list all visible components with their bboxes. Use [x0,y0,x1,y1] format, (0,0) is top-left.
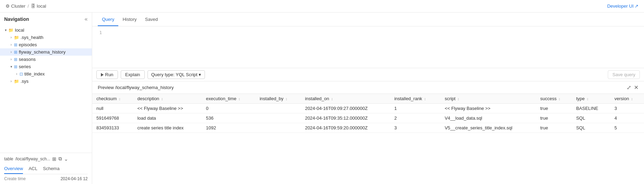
create-time-label: Create time [4,176,26,181]
tab-saved[interactable]: Saved [141,13,162,26]
tree-item-episodes[interactable]: › ⊞ episodes [0,41,92,48]
run-button[interactable]: Run [96,70,118,79]
query-type-select[interactable]: Query type: YQL Script ▾ [148,70,205,79]
cell-version: 3 [610,104,644,113]
cell-installed_rank: 2 [390,113,440,123]
data-table-wrapper: checksum ↕ description ↕ execution_time … [92,94,644,184]
cell-version: 4 [610,113,644,123]
col-checksum[interactable]: checksum ↕ [92,94,133,104]
breadcrumb: ⚙ Cluster / 🗄 local [6,3,46,9]
table-header-row: checksum ↕ description ↕ execution_time … [92,94,644,104]
table-info: table /local/flyway_sch... ⊞ ⧉ ⌄ [4,156,88,162]
index-icon-title: ⊡ [19,72,23,77]
cell-installed_rank: 1 [390,104,440,113]
sidebar-collapse-button[interactable]: « [85,16,88,22]
table-body: null<< Flyway Baseline >>02024-04-16T09:… [92,104,644,133]
col-execution-time[interactable]: execution_time ↕ [202,94,255,104]
folder-icon: 📁 [8,28,14,33]
sidebar-title: Navigation [4,16,29,22]
table-icon-series: ⊞ [14,64,17,69]
cluster-icon: ⚙ [6,3,10,9]
tree-item-title-index[interactable]: › ⊡ title_index [0,70,92,78]
tree-item-flyway[interactable]: › ⊞ flyway_schema_history [0,48,92,56]
sidebar-bottom: table /local/flyway_sch... ⊞ ⧉ ⌄ Overvie… [0,153,92,184]
col-type[interactable]: type ↕ [572,94,610,104]
table-icon-flyway: ⊞ [14,50,17,55]
table-icon-seasons: ⊞ [14,57,17,62]
cell-installed_by [255,104,301,113]
tree-label-flyway: flyway_schema_history [19,49,65,55]
code-content[interactable] [106,29,644,65]
tree-toggle-flyway[interactable]: › [8,50,14,54]
table-menu-icon[interactable]: ⌄ [64,156,68,162]
cell-installed_on: 2024-04-16T09:59:20.000000Z [301,123,390,133]
cell-description: load data [133,113,202,123]
data-table: checksum ↕ description ↕ execution_time … [92,94,644,133]
cell-script: V5__create_series_title_index.sql [440,123,536,133]
col-script[interactable]: script ↕ [440,94,536,104]
external-link-icon: ↗ [635,3,638,9]
cell-checksum: 591649768 [92,113,133,123]
table-copy-icon[interactable]: ⧉ [58,156,62,162]
tab-overview[interactable]: Overview [4,165,23,174]
sidebar-tabs: Overview ACL Schema [4,165,88,174]
tree-toggle-sys[interactable]: › [8,79,14,83]
col-installed-on[interactable]: installed_on ↕ [301,94,390,104]
table-row: 834593133create series title index109220… [92,123,644,133]
col-installed-rank[interactable]: installed_rank ↕ [390,94,440,104]
cell-execution_time: 536 [202,113,255,123]
folder-icon-sys-health: 📁 [14,35,19,40]
cell-installed_by [255,123,301,133]
chevron-down-icon: ▾ [199,72,201,77]
col-version[interactable]: version ↕ [610,94,644,104]
tree-label-episodes: episodes [19,42,37,47]
tab-history[interactable]: History [118,13,141,26]
close-button[interactable]: ✕ [634,84,638,91]
tree-item-local[interactable]: ▾ 📁 local [0,26,92,34]
tab-acl[interactable]: ACL [29,165,37,174]
tree-item-sys[interactable]: › 📁 .sys [0,78,92,85]
expand-button[interactable]: ⤢ [627,84,631,91]
folder-icon-sys: 📁 [14,79,19,84]
table-path-label: /local/flyway_sch... [15,157,50,161]
tree-toggle-seasons[interactable]: › [8,57,14,61]
tab-query[interactable]: Query [98,13,118,26]
query-toolbar: Run Explain Query type: YQL Script ▾ Sav… [92,68,644,81]
cell-installed_on: 2024-04-16T09:35:12.000000Z [301,113,390,123]
tree-toggle-title-index[interactable]: › [14,72,19,76]
sidebar-header: Navigation « [0,13,92,25]
main-layout: Navigation « ▾ 📁 local › 📁 .sys_health ›… [0,13,644,184]
developer-ui-link[interactable]: Developer UI ↗ [607,3,638,9]
breadcrumb-local[interactable]: 🗄 local [31,3,46,9]
line-number-1: 1 [92,30,102,35]
cell-type: SQL [572,113,610,123]
results-header: Preview /local/flyway_schema_history ⤢ ✕ [92,81,644,94]
tree-label-seasons: seasons [19,57,35,62]
right-panel: Query History Saved 1 Run Explain [92,13,644,184]
col-installed-by[interactable]: installed_by ↕ [255,94,301,104]
db-icon: 🗄 [31,3,35,9]
cell-script: V4__load_data.sql [440,113,536,123]
col-success[interactable]: success ↕ [536,94,572,104]
sidebar-tree: ▾ 📁 local › 📁 .sys_health › ⊞ episodes ›… [0,25,92,153]
tree-toggle-series[interactable]: ▾ [8,65,14,69]
tree-toggle-sys-health[interactable]: › [8,35,14,39]
cell-version: 5 [610,123,644,133]
save-query-button[interactable]: Save query [608,70,640,79]
cell-installed_rank: 3 [390,123,440,133]
col-description[interactable]: description ↕ [133,94,202,104]
explain-button[interactable]: Explain [121,70,145,79]
table-row: null<< Flyway Baseline >>02024-04-16T09:… [92,104,644,113]
tree-item-seasons[interactable]: › ⊞ seasons [0,56,92,63]
tree-toggle-local[interactable]: ▾ [3,28,8,32]
cell-success: true [536,104,572,113]
cell-type: BASELINE [572,104,610,113]
breadcrumb-cluster[interactable]: ⚙ Cluster [6,3,25,9]
cell-execution_time: 1092 [202,123,255,133]
results-actions: ⤢ ✕ [627,84,638,91]
tab-schema[interactable]: Schema [43,165,59,174]
tree-item-series[interactable]: ▾ ⊞ series [0,63,92,70]
tree-toggle-episodes[interactable]: › [8,43,14,47]
tree-item-sys-health[interactable]: › 📁 .sys_health [0,34,92,41]
tree-label-series: series [19,64,31,69]
